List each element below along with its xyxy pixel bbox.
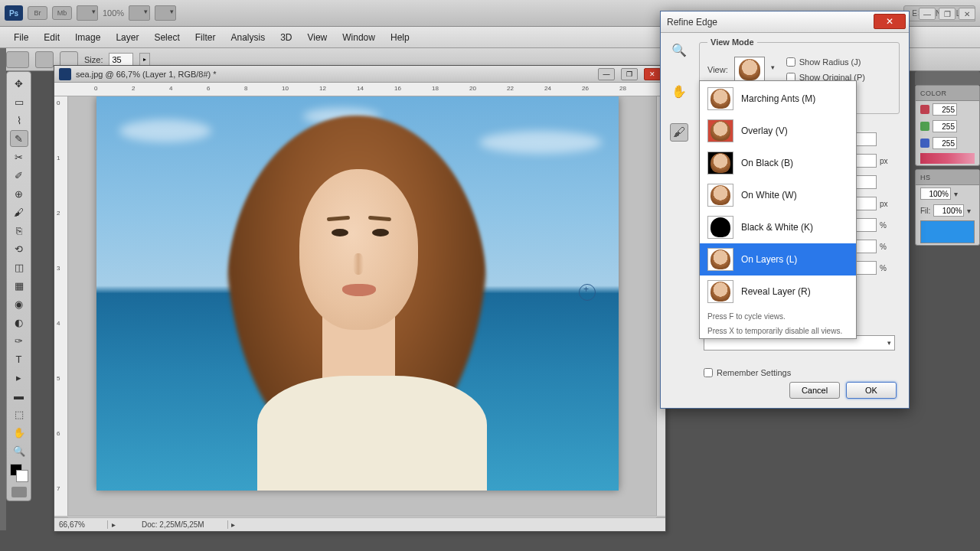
remember-settings-checkbox[interactable]: Remember Settings [704,368,791,377]
doc-minimize-button[interactable]: — [598,68,615,80]
menu-help[interactable]: Help [383,29,417,46]
dialog-close-button[interactable]: ✕ [874,14,906,29]
hand-icon[interactable]: ✋ [670,82,688,100]
minibridge-button[interactable]: Mb [52,6,72,20]
adjustments-tab[interactable]: HS [916,170,979,185]
eraser-tool[interactable]: ◫ [10,259,28,276]
view-option[interactable]: Black & White (K) [700,211,856,243]
eyedropper-tool[interactable]: ✐ [10,167,28,184]
screen-mode-dropdown[interactable] [129,5,150,21]
quick-mask-toggle[interactable] [11,487,27,497]
arrange-documents-dropdown[interactable] [77,5,98,21]
brush-add-icon[interactable] [35,51,54,68]
move-tool[interactable]: ✥ [10,75,28,92]
show-radius-checkbox[interactable]: Show Radius (J) [786,57,865,67]
brush-size-input[interactable] [109,53,133,67]
color-tab[interactable]: COLOR [916,86,979,101]
zoom-level: 100% [103,8,124,18]
r-input[interactable] [933,103,957,116]
view-mode-dropdown[interactable] [734,57,765,83]
hand-tool[interactable]: ✋ [10,424,28,441]
adjustments-panel: HS ▾ Fil:▾ [915,169,980,246]
blur-tool[interactable]: ◉ [10,295,28,312]
type-tool[interactable]: T [10,350,28,367]
brush-tool[interactable]: 🖌 [10,204,28,220]
window-restore-button[interactable]: ❐ [939,8,956,20]
view-option[interactable]: On Layers (L) [700,243,856,276]
tools-panel: ✥ ▭ ⌇ ✎ ✂ ✐ ⊕ 🖌 ⎘ ⟲ ◫ ▦ ◉ ◐ ✑ T ▸ ▬ ⬚ ✋ … [6,71,31,501]
fill-label: Fil: [920,207,930,215]
dock-grip[interactable] [915,71,980,85]
refine-edge-dialog: Refine Edge ✕ 🔍 ✋ 🖌 View Mode View: Show… [660,11,910,409]
image-cloud [119,119,211,142]
fill-input[interactable] [933,204,964,217]
document-icon [59,68,71,80]
r-icon [920,105,929,114]
menu-image[interactable]: Image [67,29,108,46]
doc-maximize-button[interactable]: ❐ [621,68,638,80]
status-docinfo: Doc: 2,25M/5,25M [119,520,228,529]
menu-file[interactable]: File [6,29,36,46]
g-input[interactable] [933,120,957,132]
history-brush-tool[interactable]: ⟲ [10,240,28,257]
canvas-area[interactable] [68,96,656,516]
brush-cursor-icon [579,284,596,301]
view-mode-menu: Marching Ants (M)Overlay (V)On Black (B)… [699,80,857,339]
bridge-button[interactable]: Br [28,6,47,20]
menu-window[interactable]: Window [335,29,383,46]
color-swatches[interactable] [10,464,28,482]
view-option[interactable]: Marching Ants (M) [700,83,856,115]
image-subject [211,100,502,491]
refine-radius-brush-icon[interactable]: 🖌 [670,123,688,142]
pen-tool[interactable]: ✑ [10,332,28,349]
status-zoom[interactable]: 66,67% [54,520,108,529]
window-close-button[interactable]: ✕ [959,8,975,20]
lasso-tool[interactable]: ⌇ [10,112,28,129]
menu-layer[interactable]: Layer [108,29,146,46]
menu-analysis[interactable]: Analysis [223,29,273,46]
doc-close-button[interactable]: ✕ [644,68,661,80]
3d-tool[interactable]: ⬚ [10,406,28,422]
menu-view[interactable]: View [299,29,335,46]
menu-edit[interactable]: Edit [36,29,67,46]
size-label: Size: [84,55,103,64]
gradient-tool[interactable]: ▦ [10,277,28,294]
quick-selection-tool[interactable]: ✎ [10,130,28,147]
view-option[interactable]: Reveal Layer (R) [700,276,856,308]
zoom-tool[interactable]: 🔍 [10,442,28,459]
canvas[interactable] [96,96,619,491]
ok-button[interactable]: OK [846,382,897,399]
crop-tool[interactable]: ✂ [10,148,28,165]
view-option[interactable]: On White (W) [700,179,856,211]
right-panels-dock: COLOR HS ▾ Fil:▾ [915,71,980,530]
layer-thumbnail[interactable] [920,220,975,243]
marquee-tool[interactable]: ▭ [10,93,28,110]
opacity-input[interactable] [920,187,951,200]
b-icon [920,139,929,148]
clone-stamp-tool[interactable]: ⎘ [10,222,28,239]
horizontal-ruler: 0246810121416182022242628 [54,83,665,96]
shapes-tool[interactable]: ▬ [10,387,28,404]
color-ramp[interactable] [920,153,975,164]
window-minimize-button[interactable]: — [919,8,936,20]
view-option[interactable]: Overlay (V) [700,115,856,147]
app-icon: Ps [5,5,23,21]
vertical-ruler: 01234567 [54,96,68,516]
healing-brush-tool[interactable]: ⊕ [10,185,28,202]
g-icon [920,122,929,131]
menu-3d[interactable]: 3D [273,29,299,46]
menu-select[interactable]: Select [146,29,187,46]
left-dock-strip[interactable] [0,48,6,530]
menu-filter[interactable]: Filter [188,29,224,46]
b-input[interactable] [933,137,957,149]
zoom-icon[interactable]: 🔍 [670,41,688,59]
cancel-button[interactable]: Cancel [789,382,840,399]
color-panel: COLOR [915,85,980,166]
view-mode-legend: View Mode [707,37,757,47]
dodge-tool[interactable]: ◐ [10,314,28,331]
path-selection-tool[interactable]: ▸ [10,369,28,386]
extras-dropdown[interactable] [155,5,176,21]
tool-preset-picker[interactable] [6,51,29,68]
view-option[interactable]: On Black (B) [700,147,856,179]
size-slider-button[interactable]: ▸ [139,53,150,67]
